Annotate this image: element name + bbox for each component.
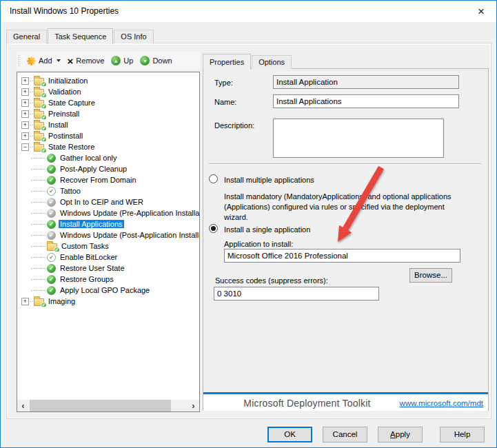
tree-connector bbox=[31, 257, 46, 258]
collapse-icon[interactable]: − bbox=[21, 143, 29, 151]
tree-item[interactable]: Restore Groups bbox=[17, 274, 199, 285]
ok-button[interactable]: OK bbox=[267, 427, 312, 442]
tree-item[interactable]: Restore User State bbox=[17, 263, 199, 274]
tree-item[interactable]: Windows Update (Pre-Application Installa bbox=[17, 207, 199, 218]
expand-icon[interactable]: + bbox=[21, 99, 29, 107]
tree-item-label: Post-Apply Cleanup bbox=[59, 165, 128, 173]
up-arrow-icon: ▲ bbox=[111, 56, 121, 65]
tree-connector bbox=[30, 81, 33, 81]
mdt-link[interactable]: www.microsoft.com/mdt bbox=[400, 399, 483, 407]
cancel-button[interactable]: Cancel bbox=[323, 427, 367, 442]
folder-check-icon bbox=[34, 133, 44, 141]
help-button[interactable]: Help bbox=[440, 427, 485, 442]
tree-connector bbox=[31, 213, 46, 214]
tree-item-label: Recover From Domain bbox=[59, 176, 138, 184]
tree-item[interactable]: Post-Apply Cleanup bbox=[17, 163, 199, 174]
tree-item[interactable]: −State Restore bbox=[17, 141, 199, 152]
tab-task-sequence[interactable]: Task Sequence bbox=[48, 28, 113, 44]
remove-button[interactable]: × Remove bbox=[64, 55, 108, 67]
expand-icon[interactable]: + bbox=[21, 298, 29, 305]
tree-item[interactable]: Tattoo bbox=[17, 185, 199, 196]
add-icon bbox=[27, 57, 36, 65]
expand-icon[interactable]: + bbox=[21, 110, 29, 118]
type-field[interactable] bbox=[273, 75, 459, 89]
tree-item[interactable]: Enable BitLocker bbox=[17, 252, 199, 263]
tree-item[interactable]: +Initialization bbox=[17, 75, 199, 86]
tree-item-label: Tattoo bbox=[59, 187, 82, 195]
application-to-install-label: Application to install: bbox=[224, 240, 293, 248]
folder-check-icon bbox=[34, 100, 44, 108]
tree-item[interactable]: +Install bbox=[17, 119, 199, 130]
application-to-install-field[interactable] bbox=[224, 249, 460, 263]
tree-item[interactable]: Install Applications bbox=[17, 218, 199, 230]
scroll-right-icon[interactable]: › bbox=[187, 400, 199, 411]
down-label: Down bbox=[152, 57, 172, 65]
tree-connector bbox=[31, 290, 46, 291]
expand-icon[interactable]: + bbox=[21, 88, 29, 96]
tree-item-label: Install bbox=[47, 121, 70, 129]
move-up-button[interactable]: ▲ Up bbox=[108, 54, 136, 67]
tree-item[interactable]: Apply Local GPO Package bbox=[17, 285, 199, 296]
tree-item[interactable]: Custom Tasks bbox=[17, 241, 199, 252]
tree-item-label: Opt In to CEIP and WER bbox=[59, 198, 145, 206]
tree-item-label: Restore User State bbox=[59, 264, 126, 272]
check-badge-icon bbox=[41, 81, 47, 87]
name-field[interactable] bbox=[273, 94, 459, 108]
tree-connector bbox=[30, 114, 33, 114]
tree-item[interactable]: +State Capture bbox=[17, 97, 199, 108]
tree-item[interactable]: +Postinstall bbox=[17, 130, 199, 141]
tree-toolbar: Add × Remove ▲ Up ▼ Down bbox=[17, 52, 200, 70]
expand-icon[interactable]: + bbox=[21, 121, 29, 129]
tree-item-label: Imaging bbox=[47, 297, 77, 305]
tree-item-label: Restore Groups bbox=[59, 275, 115, 283]
folder-check-icon bbox=[34, 111, 44, 119]
expand-icon[interactable]: + bbox=[21, 132, 29, 140]
add-label: Add bbox=[39, 57, 52, 65]
tab-options[interactable]: Options bbox=[252, 55, 292, 69]
description-field[interactable] bbox=[273, 119, 444, 158]
tree-item-label: Postinstall bbox=[47, 132, 84, 140]
tree-item-label: Windows Update (Post-Application Install… bbox=[59, 231, 199, 239]
task-sequence-tree: +Initialization+Validation+State Capture… bbox=[17, 75, 199, 307]
tree-connector bbox=[30, 136, 33, 136]
move-down-button[interactable]: ▼ Down bbox=[136, 54, 175, 67]
add-button[interactable]: Add bbox=[23, 55, 64, 67]
success-codes-field[interactable] bbox=[214, 287, 379, 301]
expand-icon[interactable]: + bbox=[21, 77, 29, 85]
close-icon[interactable]: × bbox=[470, 3, 492, 21]
tree-item[interactable]: +Imaging bbox=[17, 296, 199, 307]
toolbar-grip-handle[interactable] bbox=[18, 54, 20, 67]
tree-connector bbox=[30, 103, 33, 103]
tree-item[interactable]: Opt In to CEIP and WER bbox=[17, 196, 199, 207]
horizontal-scrollbar[interactable]: ‹ › bbox=[17, 400, 199, 411]
tree-item[interactable]: +Validation bbox=[17, 86, 199, 97]
tab-general[interactable]: General bbox=[6, 30, 47, 43]
check-gray-icon bbox=[47, 198, 56, 207]
scroll-left-icon[interactable]: ‹ bbox=[17, 400, 29, 411]
check-badge-icon bbox=[41, 92, 47, 98]
folder-check-icon bbox=[34, 144, 44, 152]
down-arrow-icon: ▼ bbox=[140, 56, 150, 65]
tree-item[interactable]: +Preinstall bbox=[17, 108, 199, 119]
tree-connector bbox=[31, 268, 46, 269]
folder-check-icon bbox=[47, 243, 57, 251]
check-green-icon bbox=[47, 220, 56, 229]
tree-connector bbox=[31, 191, 46, 192]
properties-panel: Type: Name: Description: Install multipl… bbox=[203, 68, 489, 411]
scrollbar-thumb[interactable] bbox=[30, 400, 171, 411]
remove-icon: × bbox=[68, 57, 74, 65]
install-single-radio[interactable] bbox=[209, 224, 218, 233]
tree-item[interactable]: Gather local only bbox=[17, 152, 199, 163]
check-badge-icon bbox=[41, 302, 47, 307]
install-multiple-radio[interactable] bbox=[209, 174, 218, 183]
footer-brand-text: Microsoft Deployment Toolkit bbox=[243, 398, 370, 409]
tree-item[interactable]: Windows Update (Post-Application Install… bbox=[17, 230, 199, 241]
tree-connector bbox=[31, 202, 46, 203]
check-badge-icon bbox=[41, 136, 47, 142]
browse-button[interactable]: Browse... bbox=[409, 268, 452, 283]
tree-item-label: State Capture bbox=[47, 99, 97, 107]
tab-os-info[interactable]: OS Info bbox=[114, 30, 153, 43]
apply-button[interactable]: Apply bbox=[378, 427, 423, 442]
tree-item[interactable]: Recover From Domain bbox=[17, 174, 199, 185]
tab-properties[interactable]: Properties bbox=[203, 54, 251, 70]
